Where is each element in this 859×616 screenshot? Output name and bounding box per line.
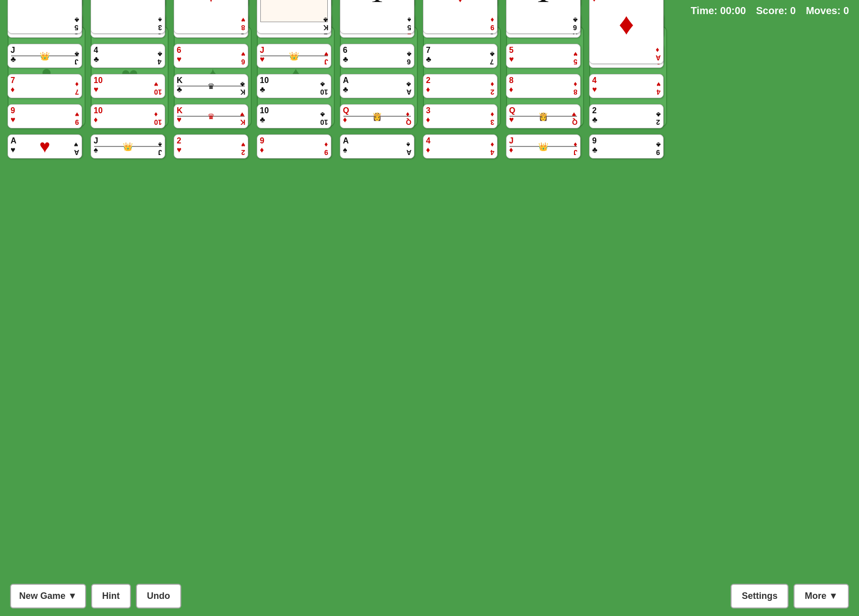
- card-2-clubs[interactable]: 2♣ 2♣: [589, 104, 664, 128]
- bottom-bar: New Game ▼ Hint Undo Settings More ▼: [0, 576, 859, 616]
- card-9-diamonds[interactable]: 9♦ 9♦: [257, 134, 331, 159]
- card-9-hearts[interactable]: 9♥ 9♥: [8, 104, 82, 128]
- card-7-diamonds[interactable]: 7♦ 7♦: [8, 74, 82, 98]
- card-K-hearts[interactable]: K♥ ♛ K♥: [174, 104, 248, 128]
- more-button[interactable]: More ▼: [794, 584, 849, 608]
- card-4-hearts[interactable]: 4♥ 4♥: [589, 74, 664, 98]
- card-4-clubs[interactable]: 4♣ 4♣: [91, 44, 165, 68]
- hint-button[interactable]: Hint: [91, 584, 131, 608]
- card-2-diamonds[interactable]: 2♦ 2♦: [423, 74, 497, 98]
- card-6-hearts[interactable]: 6♥ 6♥: [174, 44, 248, 68]
- undo-button[interactable]: Undo: [136, 584, 181, 608]
- settings-button[interactable]: Settings: [731, 584, 789, 608]
- card-3-diamonds[interactable]: 3♦ 3♦: [423, 104, 497, 128]
- card-10-hearts[interactable]: 10♥ 10♥: [91, 74, 165, 98]
- new-game-button[interactable]: New Game ▼: [10, 584, 86, 608]
- card-9-clubs[interactable]: 9♣ 9♣: [589, 134, 664, 159]
- card-K-clubs-2[interactable]: K♣ ♛♣ K♣: [257, 0, 331, 34]
- card-5-spades-2[interactable]: 5♠ ♠ 5♠: [340, 0, 414, 34]
- card-10-diamonds[interactable]: 10♦ 10♦: [91, 104, 165, 128]
- card-Q-hearts[interactable]: Q♥ 👸 Q♥: [506, 104, 581, 128]
- card-7-clubs-2[interactable]: 7♣ 7♣: [423, 44, 497, 68]
- card-6-clubs-2[interactable]: 6♣ ♣ 6♣: [506, 0, 581, 34]
- moves-stat: Moves: 0: [806, 5, 849, 17]
- card-10-clubs-1[interactable]: 10♣ 10♣: [257, 104, 331, 128]
- card-8-diamonds[interactable]: 8♦ 8♦: [506, 74, 581, 98]
- card-A-clubs[interactable]: A♣ A♣: [340, 74, 414, 98]
- card-A-diamonds[interactable]: A♦ ♦ A♦: [589, 0, 664, 64]
- card-5-clubs-1[interactable]: 5♣ ♣ 5♣: [8, 0, 82, 34]
- card-A-spades[interactable]: A♠ A♠: [340, 134, 414, 159]
- game-area: A♥ A♥ ♥ 9♥ 9♥ 7♦ 7♦ J♣ 👑 J♣: [0, 21, 859, 576]
- card-6-clubs[interactable]: 6♣ 6♣: [340, 44, 414, 68]
- card-4-diamonds[interactable]: 4♦ 4♦: [423, 134, 497, 159]
- card-Q-diamonds[interactable]: Q♦ 👸 Q♦: [340, 104, 414, 128]
- stats-area: Time: 00:00 Score: 0 Moves: 0: [691, 5, 849, 17]
- card-J-diamonds[interactable]: J♦ 👑 J♦: [506, 134, 581, 159]
- card-3-spades-2[interactable]: 3♠ ♠ 3♠: [91, 0, 165, 34]
- card-J-hearts[interactable]: J♥ 👑 J♥: [257, 44, 331, 68]
- card-8-hearts[interactable]: 8♥ ♥ 8♥: [174, 0, 248, 34]
- card-5-hearts[interactable]: 5♥ 5♥: [506, 44, 581, 68]
- card-A-hearts[interactable]: A♥ A♥ ♥: [8, 134, 82, 159]
- card-9-diamonds-2[interactable]: 9♦ ♦ 9♦: [423, 0, 497, 34]
- time-stat: Time: 00:00: [691, 5, 746, 17]
- card-2-hearts[interactable]: 2♥ 2♥: [174, 134, 248, 159]
- bottom-right-buttons: Settings More ▼: [731, 584, 849, 608]
- card-J-clubs-1[interactable]: J♣ 👑 J♣: [8, 44, 82, 68]
- score-stat: Score: 0: [756, 5, 796, 17]
- card-J-spades[interactable]: J♠ 👑 J♠: [91, 134, 165, 159]
- card-K-clubs[interactable]: K♣ ♛ K♣: [174, 74, 248, 98]
- card-10-clubs-2[interactable]: 10♣ 10♣: [257, 74, 331, 98]
- bottom-left-buttons: New Game ▼ Hint Undo: [10, 584, 181, 608]
